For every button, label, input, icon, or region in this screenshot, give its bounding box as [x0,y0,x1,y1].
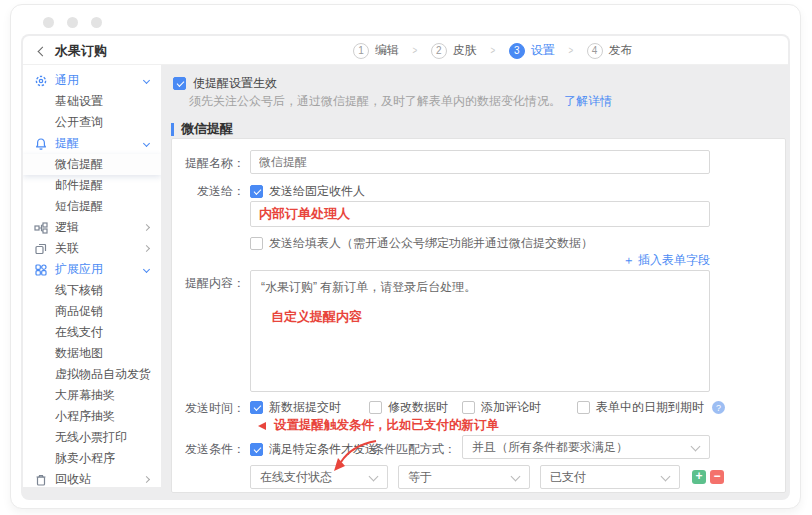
step-number: 1 [353,43,369,59]
window-control-icon[interactable] [67,17,78,28]
send-time-checkbox[interactable] [577,401,590,414]
sidebar-item-label: 脉卖小程序 [55,450,115,467]
sidebar-item-label: 小程序抽奖 [55,408,115,425]
sidebar-item-label: 数据地图 [55,345,103,362]
sidebar-item-relation[interactable]: 关联 [23,238,161,259]
insert-field-link[interactable]: ＋ 插入表单字段 [623,253,710,267]
send-time-option-4: 表单中的日期到期时? [577,399,725,416]
sidebar-item-miniprogram-lottery[interactable]: 小程序抽奖 [23,406,161,427]
sidebar-item-product-promo[interactable]: 商品促销 [23,301,161,322]
sidebar-item-notification[interactable]: 提醒 [23,133,161,154]
recipient-input[interactable] [250,201,710,227]
sidebar-item-label: 商品促销 [55,303,103,320]
arrow-left-icon [258,422,266,430]
sendto-fixed-checkbox[interactable] [250,185,263,198]
step-4[interactable]: 4发布 [587,42,633,59]
condition-builder-row: 在线支付状态 等于 已支付 + − [172,465,785,489]
window-control-icon[interactable] [43,17,54,28]
step-separator-icon: > [568,45,573,56]
send-time-option-label: 修改数据时 [388,399,448,416]
sendto-filler-label: 发送给填表人（需开通公众号绑定功能并通过微信提交数据） [269,235,593,252]
sidebar-item-logic[interactable]: 逻辑 [23,217,161,238]
match-mode-select[interactable]: 并且（所有条件都要求满足） [462,435,710,459]
sidebar-item-basic-settings[interactable]: 基础设置 [23,91,161,112]
sendto-filler-checkbox[interactable] [250,237,263,250]
send-time-checkbox[interactable] [369,401,382,414]
sidebar-item-sms-notify[interactable]: 短信提醒 [23,196,161,217]
insert-field-link-wrap: ＋ 插入表单字段 [250,252,710,269]
sidebar-item-label: 邮件提醒 [55,177,103,194]
send-condition-row: 发送条件： 满足特定条件才发送 条件匹配方式： 并且（所有条件都要求满足） [172,435,785,459]
step-separator-icon: > [490,45,495,56]
back-icon[interactable] [38,46,48,56]
window-control-icon[interactable] [91,17,102,28]
chevron-right-icon [143,476,150,483]
send-time-option-3: 添加评论时 [462,399,541,416]
sidebar-item-extensions[interactable]: 扩展应用 [23,259,161,280]
logic-icon [34,221,48,235]
enable-notify-checkbox[interactable] [173,77,186,90]
step-number: 2 [431,43,447,59]
sidebar-item-online-payment[interactable]: 在线支付 [23,322,161,343]
sidebar-item-label: 微信提醒 [55,156,103,173]
sidebar-item-wechat-notify[interactable]: 微信提醒 [23,154,161,175]
sidebar-item-maimai-miniprogram[interactable]: 脉卖小程序 [23,448,161,469]
step-label: 编辑 [375,42,399,59]
chevron-down-icon [143,140,150,147]
sidebar-item-wireless-receipt[interactable]: 无线小票打印 [23,427,161,448]
learn-more-link[interactable]: 了解详情 [564,94,612,108]
send-time-option-label: 新数据提交时 [269,399,341,416]
enable-notify-row: 使提醒设置生效 [173,75,277,92]
section-title: 微信提醒 [171,120,233,138]
send-time-row: 发送时间： 新数据提交时修改数据时添加评论时表单中的日期到期时? [172,399,785,415]
app-panel: 水果订购 1编辑>2皮肤>3设置>4发布 通用基础设置公开查询提醒微信提醒邮件提… [21,34,790,500]
sidebar-item-big-screen-lottery[interactable]: 大屏幕抽奖 [23,385,161,406]
sidebar-item-data-map[interactable]: 数据地图 [23,343,161,364]
sidebar-item-label: 提醒 [55,135,79,152]
sidebar-item-label: 逻辑 [55,219,79,236]
add-condition-button[interactable]: + [692,470,706,484]
send-time-checkbox[interactable] [462,401,475,414]
name-input[interactable] [250,150,710,174]
sidebar-item-virtual-auto-delivery[interactable]: 虚拟物品自动发货 [23,364,161,385]
sendto-fixed-label: 发送给固定收件人 [269,183,365,200]
step-number: 3 [509,43,525,59]
trash-icon [34,473,48,487]
sidebar-item-email-notify[interactable]: 邮件提醒 [23,175,161,196]
sidebar-item-offline-verify[interactable]: 线下核销 [23,280,161,301]
step-3[interactable]: 3设置 [509,42,555,59]
sendto-fixed-row: 发送给固定收件人 [250,183,365,200]
notify-settings-card: 提醒名称： 发送给： 发送给固定收件人 发送给填表人（需开通公众号绑定功能并通过… [171,138,786,493]
remove-condition-button[interactable]: − [710,470,724,484]
chevron-down-icon [143,77,150,84]
sidebar: 通用基础设置公开查询提醒微信提醒邮件提醒短信提醒逻辑关联扩展应用线下核销商品促销… [23,65,161,487]
step-2[interactable]: 2皮肤 [431,42,477,59]
send-time-checkbox[interactable] [250,401,263,414]
sidebar-item-label: 无线小票打印 [55,429,127,446]
content-textarea[interactable]: “水果订购” 有新订单，请登录后台处理。 自定义提醒内容 [250,270,710,392]
help-icon[interactable]: ? [712,401,725,414]
send-time-label: 发送时间： [172,400,245,417]
condition-value-select[interactable]: 已支付 [540,465,680,489]
chevron-right-icon [143,245,150,252]
sidebar-item-label: 虚拟物品自动发货 [55,366,151,383]
annotation-arrow [320,439,380,473]
send-time-option-label: 添加评论时 [481,399,541,416]
sidebar-item-label: 在线支付 [55,324,103,341]
step-1[interactable]: 1编辑 [353,42,399,59]
sidebar-item-label: 扩展应用 [55,261,103,278]
step-separator-icon: > [413,45,418,56]
step-label: 皮肤 [453,42,477,59]
sidebar-item-label: 短信提醒 [55,198,103,215]
apps-icon [34,263,48,277]
condition-enable-checkbox[interactable] [250,443,263,456]
condition-operator-select[interactable]: 等于 [398,465,530,489]
sidebar-item-label: 基础设置 [55,93,103,110]
sidebar-item-general[interactable]: 通用 [23,70,161,91]
sidebar-item-public-query[interactable]: 公开查询 [23,112,161,133]
chevron-down-icon [143,266,150,273]
sidebar-item-label: 回收站 [55,471,91,487]
sidebar-item-recycle-bin[interactable]: 回收站 [23,469,161,487]
sidebar-item-label: 线下核销 [55,282,103,299]
window-controls [43,17,102,28]
